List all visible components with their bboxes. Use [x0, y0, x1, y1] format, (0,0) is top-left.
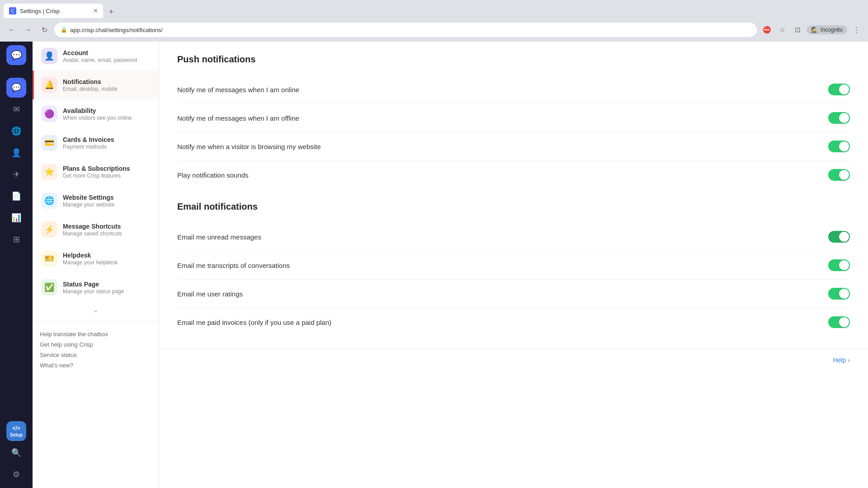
sidebar-icon-setup[interactable]: </> Setup: [6, 421, 26, 441]
sidebar-item-icon-account: 👤: [41, 48, 57, 64]
email-setting-row-paid-invoices: Email me paid invoices (only if you use …: [177, 308, 850, 336]
sidebar-item-status-page[interactable]: ✅Status PageManage your status page: [33, 273, 159, 302]
sidebar-icon-settings[interactable]: ⚙: [6, 465, 26, 484]
email-notifications-title: Email notifications: [177, 202, 850, 212]
sidebar-icon-campaigns[interactable]: ✈: [6, 164, 26, 184]
push-setting-label-notification-sounds: Play notification sounds: [177, 171, 249, 179]
settings-panel: Push notifications Notify me of messages…: [159, 42, 868, 488]
sidebar-item-cards-invoices[interactable]: 💳Cards & InvoicesPayment methods: [33, 128, 159, 157]
sidebar-item-notifications[interactable]: 🔔NotificationsEmail, desktop, mobile: [33, 70, 159, 99]
push-setting-label-offline-messages: Notify me of messages when I am offline: [177, 114, 299, 122]
sidebar-icon-pages[interactable]: 📄: [6, 186, 26, 206]
setup-label: Setup: [10, 432, 23, 437]
email-toggle-user-ratings[interactable]: [828, 288, 850, 300]
address-bar[interactable]: 🔒 app.crisp.chat/settings/notifications/: [54, 23, 757, 37]
email-setting-label-user-ratings: Email me user ratings: [177, 290, 243, 298]
push-setting-label-visitor-browsing: Notify me when a visitor is browsing my …: [177, 143, 321, 150]
sidebar-item-text-status-page: Status PageManage your status page: [63, 281, 151, 295]
email-notifications-section: Email notifications Email me unread mess…: [159, 202, 868, 349]
sidebar-icon-globe[interactable]: 🌐: [6, 121, 26, 141]
sidebar-item-title-status-page: Status Page: [63, 281, 151, 288]
close-tab-button[interactable]: ×: [94, 7, 98, 14]
sidebar-item-icon-notifications: 🔔: [41, 77, 57, 93]
push-notifications-title: Push notifications: [177, 54, 850, 65]
menu-button[interactable]: ⋮: [850, 23, 863, 36]
sidebar-item-icon-cards-invoices: 💳: [41, 135, 57, 151]
new-tab-button[interactable]: +: [105, 5, 118, 18]
sidebar-item-website-settings[interactable]: 🌐Website SettingsManage your website: [33, 186, 159, 215]
sidebar-item-subtitle-status-page: Manage your status page: [63, 288, 151, 295]
sidebar-item-subtitle-website-settings: Manage your website: [63, 202, 151, 208]
push-toggle-offline-messages[interactable]: [828, 112, 850, 124]
push-setting-label-online-messages: Notify me of messages when I am online: [177, 86, 299, 94]
sidebar-item-plans[interactable]: ⭐Plans & SubscriptionsGet more Crisp fea…: [33, 157, 159, 186]
push-setting-row-visitor-browsing: Notify me when a visitor is browsing my …: [177, 132, 850, 161]
service-status-link[interactable]: Service status: [40, 350, 151, 360]
email-setting-label-unread-messages: Email me unread messages: [177, 233, 261, 241]
main-content: Push notifications Notify me of messages…: [159, 42, 868, 488]
scroll-down-button[interactable]: ⌄: [33, 302, 159, 318]
sidebar-item-text-helpdesk: HelpdeskManage your helpdesk: [63, 252, 151, 266]
sidebar-item-text-availability: AvailabilityWhen visitors see you online: [63, 107, 151, 121]
settings-sidebar: 👤AccountAvatar, name, email, password🔔No…: [33, 42, 159, 488]
camera-off-icon: ⛔: [760, 23, 773, 36]
sidebar-item-subtitle-cards-invoices: Payment methods: [63, 144, 151, 150]
email-toggle-transcripts[interactable]: [828, 259, 850, 271]
brand-icon[interactable]: 💬: [6, 45, 26, 65]
help-link[interactable]: Help ›: [833, 357, 850, 364]
sidebar-item-text-account: AccountAvatar, name, email, password: [63, 49, 151, 63]
sidebar-item-subtitle-helpdesk: Manage your helpdesk: [63, 259, 151, 266]
get-help-link[interactable]: Get help using Crisp: [40, 339, 151, 350]
forward-button[interactable]: →: [22, 23, 34, 36]
sidebar-item-title-notifications: Notifications: [63, 78, 151, 85]
sidebar-item-message-shortcuts[interactable]: ⚡Message ShortcutsManage saved shortcuts: [33, 215, 159, 244]
active-tab[interactable]: C Settings | Crisp ×: [4, 4, 103, 18]
sidebar-item-availability[interactable]: 🟣AvailabilityWhen visitors see you onlin…: [33, 99, 159, 128]
help-translate-link[interactable]: Help translate the chatbox: [40, 329, 151, 339]
email-setting-row-unread-messages: Email me unread messages: [177, 223, 850, 251]
whats-new-link[interactable]: What's new?: [40, 360, 151, 371]
email-toggle-unread-messages[interactable]: [828, 231, 850, 243]
bookmark-star-icon[interactable]: ☆: [776, 23, 788, 36]
sidebar-item-icon-website-settings: 🌐: [41, 192, 57, 209]
sidebar-icon-contacts[interactable]: 👤: [6, 143, 26, 163]
email-setting-label-paid-invoices: Email me paid invoices (only if you use …: [177, 319, 331, 326]
sidebar-item-account[interactable]: 👤AccountAvatar, name, email, password: [33, 42, 159, 70]
push-toggle-online-messages[interactable]: [828, 84, 850, 95]
sidebar-item-subtitle-account: Avatar, name, email, password: [63, 57, 151, 63]
email-setting-row-transcripts: Email me transcripts of conversations: [177, 251, 850, 280]
refresh-button[interactable]: ↻: [38, 23, 51, 36]
push-toggle-visitor-browsing[interactable]: [828, 141, 850, 152]
lock-icon: 🔒: [61, 27, 67, 33]
sidebar-item-helpdesk[interactable]: 🎫HelpdeskManage your helpdesk: [33, 244, 159, 273]
sidebar-item-text-message-shortcuts: Message ShortcutsManage saved shortcuts: [63, 223, 151, 237]
setup-code-icon: </>: [12, 425, 20, 432]
extension-icon[interactable]: ⊡: [791, 23, 804, 36]
sidebar-item-icon-status-page: ✅: [41, 279, 57, 296]
sidebar-item-title-cards-invoices: Cards & Invoices: [63, 136, 151, 143]
help-bar: Help ›: [159, 349, 868, 371]
sidebar-item-title-availability: Availability: [63, 107, 151, 114]
push-toggle-notification-sounds[interactable]: [828, 169, 850, 181]
icon-sidebar: 💬 💬 ✉ 🌐 👤 ✈ 📄 📊 ⊞ </> Setup 🔍 ⚙: [0, 42, 33, 488]
sidebar-item-subtitle-message-shortcuts: Manage saved shortcuts: [63, 230, 151, 237]
sidebar-item-subtitle-notifications: Email, desktop, mobile: [63, 86, 151, 92]
sidebar-item-title-helpdesk: Helpdesk: [63, 252, 151, 259]
back-button[interactable]: ←: [5, 23, 18, 36]
sidebar-icon-analytics[interactable]: 📊: [6, 208, 26, 228]
sidebar-icon-plugins[interactable]: ⊞: [6, 230, 26, 249]
sidebar-item-icon-helpdesk: 🎫: [41, 250, 57, 267]
sidebar-item-title-message-shortcuts: Message Shortcuts: [63, 223, 151, 230]
sidebar-item-text-plans: Plans & SubscriptionsGet more Crisp feat…: [63, 165, 151, 179]
sidebar-item-title-account: Account: [63, 49, 151, 56]
sidebar-icon-search[interactable]: 🔍: [6, 443, 26, 463]
sidebar-icon-chat[interactable]: 💬: [6, 78, 26, 98]
email-toggle-paid-invoices[interactable]: [828, 316, 850, 328]
sidebar-item-text-notifications: NotificationsEmail, desktop, mobile: [63, 78, 151, 92]
sidebar-item-subtitle-plans: Get more Crisp features: [63, 173, 151, 179]
email-setting-label-transcripts: Email me transcripts of conversations: [177, 262, 290, 269]
tab-favicon: C: [9, 7, 16, 14]
sidebar-icon-inbox[interactable]: ✉: [6, 99, 26, 119]
incognito-badge: 🕵 Incognito: [807, 25, 847, 34]
sidebar-item-icon-message-shortcuts: ⚡: [41, 221, 57, 238]
